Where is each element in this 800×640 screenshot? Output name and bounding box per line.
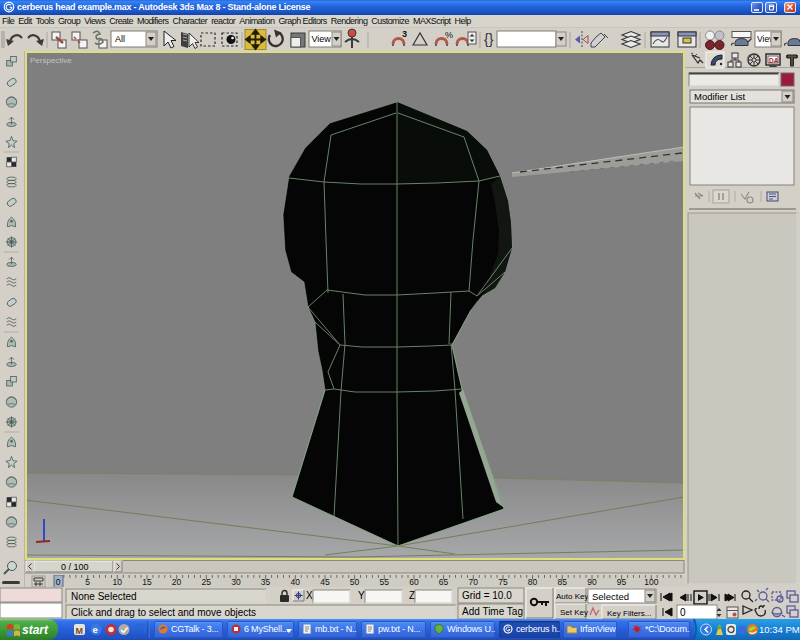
svg-text:View: View [312,34,332,44]
svg-text:10:34 PM: 10:34 PM [759,624,800,635]
svg-text:Grid = 10.0: Grid = 10.0 [462,590,512,601]
svg-text:{}: {} [484,31,494,47]
svg-text:X: X [306,590,313,601]
svg-text:All: All [115,34,125,44]
svg-text:Click and drag to select and m: Click and drag to select and move object… [71,607,256,618]
svg-text:%: % [445,30,453,40]
svg-text:95: 95 [617,577,627,587]
svg-text:0: 0 [56,577,61,587]
svg-text:20: 20 [172,577,182,587]
svg-text:90: 90 [587,577,597,587]
svg-text:30: 30 [231,577,241,587]
svg-text:Selected: Selected [592,591,629,602]
svg-text:65: 65 [439,577,449,587]
svg-text:80: 80 [528,577,538,587]
svg-text:5: 5 [85,577,90,587]
svg-text:70: 70 [469,577,479,587]
svg-text:Perspective: Perspective [30,56,72,65]
svg-text:10: 10 [113,577,123,587]
svg-text:75: 75 [498,577,508,587]
svg-text:start: start [22,623,49,637]
svg-text:Set Key: Set Key [560,608,588,617]
svg-text:55: 55 [380,577,390,587]
svg-text:40: 40 [291,577,301,587]
svg-text:Z: Z [409,590,415,601]
svg-text:Add Time Tag: Add Time Tag [462,606,523,617]
svg-text:None Selected: None Selected [71,591,137,602]
svg-text:DA: DA [769,57,779,64]
svg-text:15: 15 [142,577,152,587]
svg-text:Key Filters...: Key Filters... [607,609,651,618]
svg-text:45: 45 [320,577,330,587]
svg-text:e: e [93,624,98,635]
svg-text:Auto Key: Auto Key [556,592,588,601]
svg-text:Modifier List: Modifier List [694,91,746,102]
svg-text:M: M [76,626,84,636]
svg-text:0: 0 [680,607,686,618]
svg-text:35: 35 [261,577,271,587]
svg-text:100: 100 [644,577,658,587]
svg-text:3: 3 [402,29,407,39]
svg-text:25: 25 [202,577,212,587]
svg-text:85: 85 [558,577,568,587]
svg-text:Y: Y [358,590,365,601]
svg-text:0 / 100: 0 / 100 [61,562,89,572]
svg-text:50: 50 [350,577,360,587]
svg-text:60: 60 [409,577,419,587]
